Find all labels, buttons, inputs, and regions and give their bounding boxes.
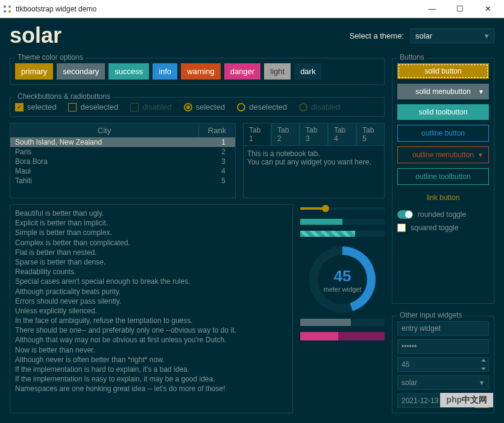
outline-toolbutton[interactable]: outline toolbutton (397, 168, 489, 185)
link-button[interactable]: link button (397, 190, 489, 205)
app-icon (2, 4, 12, 14)
checks-frame: Checkbuttons & radiobuttons ✓selected de… (10, 97, 385, 117)
solid-menubutton[interactable]: solid menubutton (397, 84, 489, 99)
radiobutton-disabled: disabled (299, 102, 340, 111)
meter-widget[interactable]: 45 meter widget (309, 246, 376, 313)
table-row[interactable]: Bora Bora3 (10, 157, 235, 166)
titlebar: ttkbootstrap widget demo — ☐ ✕ (0, 0, 504, 18)
inputs-title: Other input widgets (397, 311, 464, 319)
close-button[interactable]: ✕ (474, 0, 502, 18)
floodgauge (300, 332, 385, 340)
rounded-toggle[interactable]: rounded toggle (397, 210, 489, 219)
swatch-secondary[interactable]: secondary (57, 63, 105, 80)
swatch-danger[interactable]: danger (224, 63, 260, 80)
swatch-primary[interactable]: primary (15, 63, 53, 80)
svg-point-3 (8, 10, 11, 13)
buttons-title: Buttons (397, 53, 427, 61)
table-col-rank[interactable]: Rank (199, 124, 235, 137)
tab-2[interactable]: Tab 2 (271, 123, 300, 145)
tab-1[interactable]: Tab 1 (243, 123, 271, 145)
tab-4[interactable]: Tab 4 (328, 123, 356, 145)
theme-title: solar (10, 23, 350, 48)
solid-button[interactable]: solid button (397, 63, 489, 79)
svg-point-0 (4, 5, 6, 8)
entry-widget[interactable]: entry widget (397, 321, 489, 336)
table-col-city[interactable]: City (10, 124, 199, 137)
checkbutton-selected[interactable]: ✓selected (15, 102, 56, 111)
text-widget[interactable]: Beautiful is better than ugly.Explicit i… (10, 204, 293, 413)
solid-toolbutton[interactable]: solid toolbutton (397, 104, 489, 120)
color-options-title: Theme color options (15, 53, 86, 61)
svg-point-2 (4, 10, 6, 13)
table-row[interactable]: South Island, New Zealand1 (10, 137, 235, 147)
progressbar-striped (300, 231, 385, 237)
checks-title: Checkbuttons & radiobuttons (15, 92, 113, 101)
checkbutton-deselected[interactable]: deselected (68, 102, 118, 111)
swatch-dark[interactable]: dark (294, 63, 321, 80)
progressbar (300, 219, 385, 225)
theme-select-label: Select a theme: (350, 31, 404, 40)
minimize-button[interactable]: — (418, 0, 446, 18)
scale-slider[interactable] (300, 204, 385, 213)
squared-toggle[interactable]: squared toggle (397, 224, 489, 232)
svg-point-1 (8, 5, 11, 8)
maximize-button[interactable]: ☐ (446, 0, 474, 18)
scrollbar-horizontal[interactable] (300, 319, 385, 326)
table-row[interactable]: Tahiti5 (10, 176, 235, 186)
swatch-success[interactable]: success (109, 63, 149, 80)
swatch-light[interactable]: light (264, 63, 291, 80)
theme-select[interactable]: solar (410, 28, 494, 43)
buttons-frame: Buttons solid button solid menubutton so… (392, 58, 494, 304)
password-entry[interactable]: •••••• (397, 339, 489, 354)
outline-menubutton[interactable]: outline menubutton (397, 146, 489, 163)
combobox[interactable]: solar (397, 375, 489, 390)
radiobutton-selected[interactable]: selected (184, 102, 225, 111)
swatch-warning[interactable]: warning (181, 63, 221, 80)
spinbox[interactable]: 45 (397, 357, 489, 372)
table-row[interactable]: Maui4 (10, 166, 235, 176)
table-row[interactable]: Paris2 (10, 147, 235, 157)
outline-button[interactable]: outline button (397, 125, 489, 142)
radiobutton-deselected[interactable]: deselected (237, 102, 287, 111)
color-options-frame: Theme color options primarysecondarysucc… (10, 58, 385, 85)
window-title: ttkbootstrap widget demo (16, 5, 418, 13)
notebook: Tab 1Tab 2Tab 3Tab 4Tab 5 This is a note… (243, 123, 385, 198)
swatch-info[interactable]: info (153, 63, 177, 80)
watermark: php中文网 (440, 393, 493, 407)
tab-5[interactable]: Tab 5 (356, 123, 385, 145)
treeview-table[interactable]: CityRank South Island, New Zealand1Paris… (10, 123, 236, 198)
checkbutton-disabled: disabled (130, 102, 171, 111)
tab-3[interactable]: Tab 3 (300, 123, 328, 145)
tab-body: This is a notebook tab. You can put any … (243, 145, 385, 198)
